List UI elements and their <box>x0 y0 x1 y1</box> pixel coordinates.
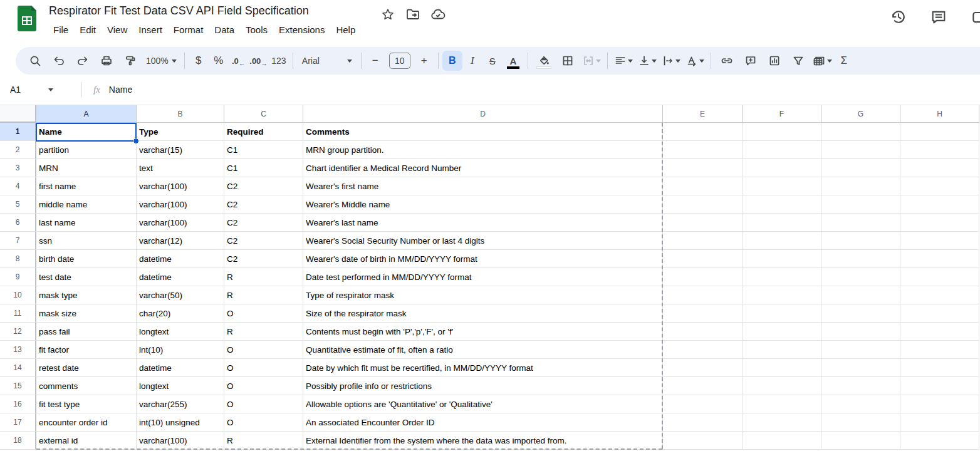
cell-H1[interactable] <box>900 123 979 141</box>
cell-E15[interactable] <box>663 377 743 395</box>
cell-B8[interactable]: datetime <box>137 250 224 268</box>
column-header-E[interactable]: E <box>663 105 743 123</box>
decrease-decimal-button[interactable]: .0← <box>229 51 249 71</box>
cell-F18[interactable] <box>743 432 821 450</box>
cell-D12[interactable]: Contents must begin with 'P','p','F', or… <box>303 323 663 341</box>
search-icon[interactable] <box>23 51 47 71</box>
column-header-H[interactable]: H <box>900 105 979 123</box>
cell-H2[interactable] <box>900 141 979 159</box>
increase-font-size-button[interactable]: + <box>414 51 434 71</box>
cell-B2[interactable]: varchar(15) <box>137 141 224 159</box>
cell-E14[interactable] <box>663 359 743 377</box>
cell-F13[interactable] <box>743 341 821 359</box>
cell-D3[interactable]: Chart identifier a Medical Record Number <box>303 159 663 177</box>
cell-D7[interactable]: Wearer's Social Security Number or last … <box>303 232 663 250</box>
cell-D11[interactable]: Size of the respirator mask <box>303 304 663 323</box>
cell-B16[interactable]: varchar(255) <box>137 395 224 413</box>
cell-C17[interactable]: O <box>224 413 303 432</box>
cell-E11[interactable] <box>663 304 743 323</box>
cell-C10[interactable]: R <box>224 286 303 304</box>
decrease-font-size-button[interactable]: − <box>365 51 385 71</box>
bold-button[interactable]: B <box>442 51 462 71</box>
cell-G10[interactable] <box>821 286 900 304</box>
cell-A4[interactable]: first name <box>36 177 137 195</box>
cell-G18[interactable] <box>821 432 900 450</box>
cell-C2[interactable]: C1 <box>224 141 303 159</box>
row-header-4[interactable]: 4 <box>0 177 36 195</box>
cell-C16[interactable]: O <box>224 395 303 413</box>
cell-G9[interactable] <box>821 268 900 286</box>
cell-H14[interactable] <box>900 359 979 377</box>
cell-F15[interactable] <box>743 377 821 395</box>
format-currency-button[interactable]: $ <box>189 51 209 71</box>
cell-C14[interactable]: O <box>224 359 303 377</box>
cell-A12[interactable]: pass fail <box>36 323 137 341</box>
cell-E18[interactable] <box>663 432 743 450</box>
cell-C3[interactable]: C1 <box>224 159 303 177</box>
borders-button[interactable] <box>556 51 580 71</box>
cell-G15[interactable] <box>821 377 900 395</box>
more-formats-button[interactable]: 123 <box>269 51 289 71</box>
cell-C11[interactable]: O <box>224 304 303 323</box>
cell-B17[interactable]: int(10) unsigned <box>137 413 224 432</box>
cell-D9[interactable]: Date test performed in MM/DD/YYYY format <box>303 268 663 286</box>
cell-E9[interactable] <box>663 268 743 286</box>
cell-D8[interactable]: Wearer's date of birth in MM/DD/YYYY for… <box>303 250 663 268</box>
cell-D18[interactable]: External Identifier from the system wher… <box>303 432 663 450</box>
cell-B4[interactable]: varchar(100) <box>137 177 224 195</box>
row-header-13[interactable]: 13 <box>0 341 36 359</box>
menu-file[interactable]: File <box>48 23 74 37</box>
cell-E16[interactable] <box>663 395 743 413</box>
row-header-10[interactable]: 10 <box>0 286 36 304</box>
cell-F2[interactable] <box>743 141 821 159</box>
menu-insert[interactable]: Insert <box>133 23 168 37</box>
cell-C9[interactable]: R <box>224 268 303 286</box>
cell-A1[interactable]: Name <box>36 123 137 141</box>
cell-F11[interactable] <box>743 304 821 323</box>
select-all-corner[interactable] <box>0 105 36 123</box>
redo-icon[interactable] <box>71 51 95 71</box>
cell-B14[interactable]: datetime <box>137 359 224 377</box>
cell-A16[interactable]: fit test type <box>36 395 137 413</box>
sheets-logo-icon[interactable] <box>18 6 36 32</box>
strikethrough-button[interactable]: S <box>482 51 503 71</box>
cell-A2[interactable]: partition <box>36 141 137 159</box>
cell-F12[interactable] <box>743 323 821 341</box>
cell-C8[interactable]: C2 <box>224 250 303 268</box>
cell-F8[interactable] <box>743 250 821 268</box>
cell-B12[interactable]: longtext <box>137 323 224 341</box>
cell-G17[interactable] <box>821 413 900 432</box>
row-header-11[interactable]: 11 <box>0 304 36 323</box>
column-header-G[interactable]: G <box>821 105 900 123</box>
cell-D13[interactable]: Quantitative estimate of fit, often a ra… <box>303 341 663 359</box>
menu-data[interactable]: Data <box>209 23 240 37</box>
cell-G7[interactable] <box>821 232 900 250</box>
cell-H18[interactable] <box>900 432 979 450</box>
cell-H12[interactable] <box>900 323 979 341</box>
row-header-12[interactable]: 12 <box>0 323 36 341</box>
cell-C4[interactable]: C2 <box>224 177 303 195</box>
cell-F10[interactable] <box>743 286 821 304</box>
row-header-3[interactable]: 3 <box>0 159 36 177</box>
cell-A18[interactable]: external id <box>36 432 137 450</box>
cell-B6[interactable]: varchar(100) <box>137 214 224 232</box>
cell-C7[interactable]: C2 <box>224 232 303 250</box>
cell-D2[interactable]: MRN group partition. <box>303 141 663 159</box>
row-header-5[interactable]: 5 <box>0 195 36 214</box>
cell-G12[interactable] <box>821 323 900 341</box>
cell-D1[interactable]: Comments <box>303 123 663 141</box>
cell-B11[interactable]: char(20) <box>137 304 224 323</box>
cell-D4[interactable]: Wearer's first name <box>303 177 663 195</box>
cell-H11[interactable] <box>900 304 979 323</box>
cell-G4[interactable] <box>821 177 900 195</box>
cell-C5[interactable]: C2 <box>224 195 303 214</box>
cell-D15[interactable]: Possibly profile info or restrictions <box>303 377 663 395</box>
fill-color-button[interactable] <box>532 51 556 71</box>
cell-B13[interactable]: int(10) <box>137 341 224 359</box>
font-size-input[interactable]: 10 <box>389 53 410 69</box>
cell-F5[interactable] <box>743 195 821 214</box>
cell-E2[interactable] <box>663 141 743 159</box>
cell-E17[interactable] <box>663 413 743 432</box>
cell-D17[interactable]: An associated Encounter Order ID <box>303 413 663 432</box>
row-header-9[interactable]: 9 <box>0 268 36 286</box>
